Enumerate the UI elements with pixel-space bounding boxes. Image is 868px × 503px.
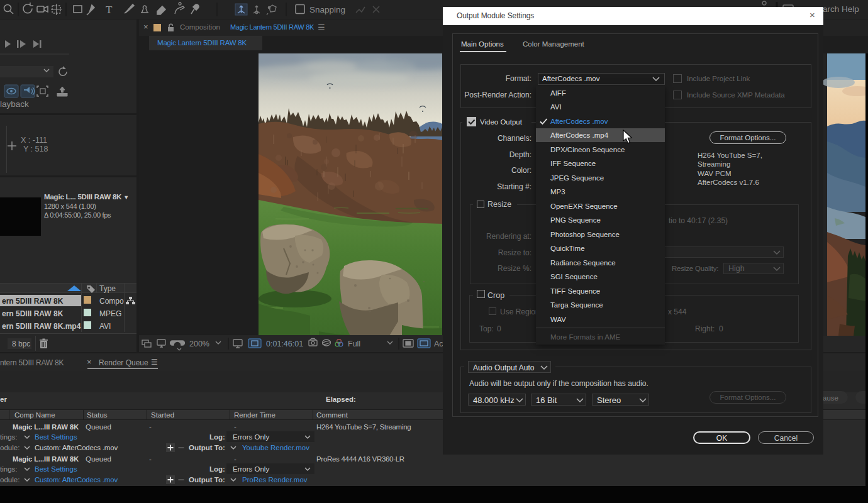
svg-text:0:01:46:01: 0:01:46:01 xyxy=(266,340,303,348)
svg-text:Snapping: Snapping xyxy=(309,5,345,14)
svg-text:200%: 200% xyxy=(189,340,209,348)
svg-text:T: T xyxy=(106,4,113,16)
svg-text:Full: Full xyxy=(348,340,360,348)
